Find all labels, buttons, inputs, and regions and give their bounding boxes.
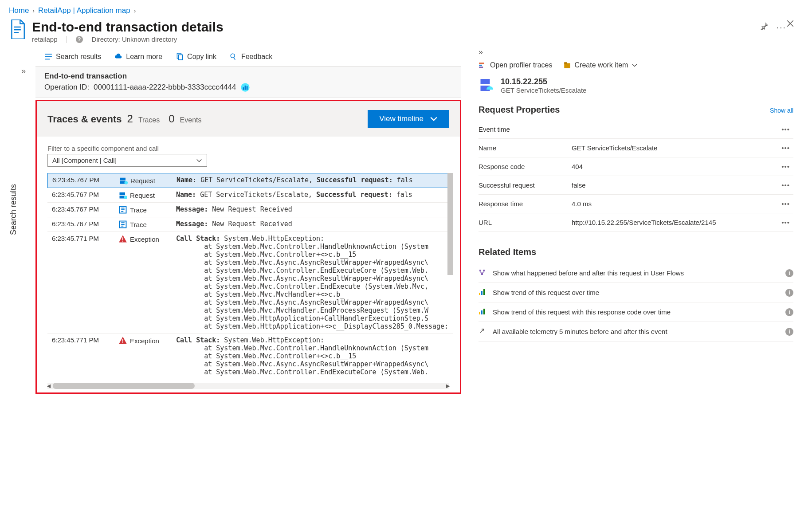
properties-list: Event time•••NameGET ServiceTickets/Esca… <box>479 120 793 232</box>
svg-rect-42 <box>481 291 482 295</box>
info-icon[interactable]: ? <box>76 36 83 43</box>
related-item[interactable]: All available telemetry 5 minutes before… <box>479 322 793 341</box>
view-timeline-button[interactable]: View timeline <box>368 110 449 128</box>
app-insights-icon[interactable] <box>240 82 250 92</box>
chevron-right-icon: › <box>32 7 35 14</box>
divider <box>67 36 67 43</box>
svg-rect-39 <box>483 270 485 271</box>
operation-bar: End-to-end transaction Operation ID: 000… <box>35 66 461 98</box>
toolbar-learn-more[interactable]: Learn more <box>114 53 162 61</box>
operation-id-label: Operation ID: <box>44 83 89 92</box>
scrollbar-thumb[interactable] <box>53 383 195 389</box>
svg-rect-34 <box>564 63 570 68</box>
traces-count-label: Traces <box>138 116 160 124</box>
more-icon[interactable]: ··· <box>776 22 786 32</box>
svg-rect-1 <box>14 29 21 30</box>
property-label: Response time <box>479 200 572 208</box>
trace-row[interactable]: 6:23:45.767 PMRequestName: GET ServiceTi… <box>47 188 453 203</box>
svg-rect-41 <box>479 293 480 295</box>
trace-detail: Name: GET ServiceTickets/Escalate, Succe… <box>176 191 448 199</box>
related-item[interactable]: Show trend of this request with this res… <box>479 302 793 322</box>
trace-detail: Message: New Request Received <box>176 205 448 213</box>
app-name: retailapp <box>32 35 58 43</box>
property-more-icon[interactable]: ••• <box>778 126 793 133</box>
info-icon[interactable]: i <box>785 269 793 277</box>
related-text: Show trend of this request over time <box>493 289 779 296</box>
property-row: Response time4.0 ms••• <box>479 195 793 213</box>
props-heading: Request Properties <box>479 105 560 115</box>
info-icon[interactable]: i <box>785 328 793 336</box>
property-more-icon[interactable]: ••• <box>778 163 793 170</box>
request-title: 10.15.22.255 <box>501 77 586 86</box>
property-value: GET ServiceTickets/Escalate <box>572 144 778 152</box>
property-label: Successful request <box>479 181 572 189</box>
property-value: false <box>572 181 778 189</box>
svg-point-15 <box>125 181 128 184</box>
info-icon[interactable]: i <box>785 308 793 316</box>
expand-panel-icon[interactable]: » <box>479 47 793 57</box>
vertical-scrollbar[interactable] <box>447 173 453 275</box>
trace-row[interactable]: 6:23:45.771 PMExceptionCall Stack: Syste… <box>47 232 453 334</box>
create-work-item-button[interactable]: Create work item <box>563 61 638 69</box>
property-row: Successful requestfalse••• <box>479 176 793 195</box>
toolbar-copy-link[interactable]: Copy link <box>176 53 216 61</box>
related-text: Show trend of this request with this res… <box>493 308 779 316</box>
scroll-right-icon[interactable]: ► <box>445 382 451 389</box>
trace-row[interactable]: 6:23:45.767 PMRequestName: GET ServiceTi… <box>47 173 453 188</box>
close-icon[interactable] <box>786 20 794 29</box>
show-all-link[interactable]: Show all <box>770 107 793 114</box>
open-profiler-button[interactable]: Open profiler traces <box>479 61 553 69</box>
trace-type: Trace <box>118 205 176 214</box>
related-item[interactable]: Show what happened before and after this… <box>479 263 793 283</box>
toolbar: Search results Learn more Copy link Feed… <box>35 47 461 66</box>
traces-heading: Traces & events <box>47 114 122 125</box>
svg-rect-2 <box>14 32 19 33</box>
svg-rect-29 <box>122 339 123 341</box>
filter-label: Filter to a specific component and call <box>47 145 449 152</box>
property-more-icon[interactable]: ••• <box>778 219 793 226</box>
related-icon <box>479 269 486 277</box>
property-label: Name <box>479 144 572 152</box>
chevron-down-icon <box>632 62 638 68</box>
trace-time: 6:23:45.767 PM <box>52 191 118 198</box>
property-row: Response code404••• <box>479 157 793 176</box>
breadcrumb-app[interactable]: RetailApp | Application map <box>38 6 130 15</box>
expand-panel-icon[interactable]: » <box>21 67 26 76</box>
trace-type: Request <box>119 176 177 185</box>
request-header: 10.15.22.255 GET ServiceTickets/Escalate <box>479 77 793 94</box>
info-icon[interactable]: i <box>785 289 793 297</box>
horizontal-scrollbar[interactable]: ◄ ► <box>47 383 449 389</box>
property-row: Event time••• <box>479 120 793 139</box>
svg-rect-33 <box>479 67 483 67</box>
toolbar-search-results[interactable]: Search results <box>44 53 101 61</box>
related-heading: Related Items <box>479 247 793 257</box>
trace-row[interactable]: 6:23:45.767 PMTraceMessage: New Request … <box>47 203 453 217</box>
server-icon <box>479 78 494 94</box>
property-more-icon[interactable]: ••• <box>778 200 793 208</box>
component-filter-select[interactable]: All [Component | Call] <box>47 154 207 167</box>
svg-rect-27 <box>122 237 123 240</box>
svg-point-8 <box>231 54 235 58</box>
svg-rect-10 <box>243 87 244 90</box>
property-row: URLhttp://10.15.22.255/ServiceTickets/Es… <box>479 213 793 232</box>
trace-time: 6:23:45.767 PM <box>52 220 118 228</box>
svg-rect-38 <box>479 270 481 271</box>
breadcrumb-home[interactable]: Home <box>9 6 29 15</box>
property-label: URL <box>479 219 572 226</box>
trace-type: Trace <box>118 220 176 229</box>
trace-detail: Call Stack: System.Web.HttpException: at… <box>176 235 448 330</box>
trace-row[interactable]: 6:23:45.771 PMExceptionCall Stack: Syste… <box>47 334 453 379</box>
svg-rect-44 <box>479 312 480 314</box>
related-item[interactable]: Show trend of this request over timei <box>479 283 793 302</box>
toolbar-feedback[interactable]: Feedback <box>230 53 272 61</box>
trace-row[interactable]: 6:23:45.767 PMTraceMessage: New Request … <box>47 217 453 232</box>
property-more-icon[interactable]: ••• <box>778 181 793 189</box>
scroll-left-icon[interactable]: ◄ <box>46 382 52 389</box>
svg-rect-16 <box>120 192 126 195</box>
property-more-icon[interactable]: ••• <box>778 144 793 152</box>
trace-rows: 6:23:45.767 PMRequestName: GET ServiceTi… <box>47 173 453 379</box>
svg-rect-28 <box>122 241 123 242</box>
pin-icon[interactable] <box>760 22 768 31</box>
cloud-icon <box>114 53 122 61</box>
svg-rect-36 <box>481 79 490 84</box>
